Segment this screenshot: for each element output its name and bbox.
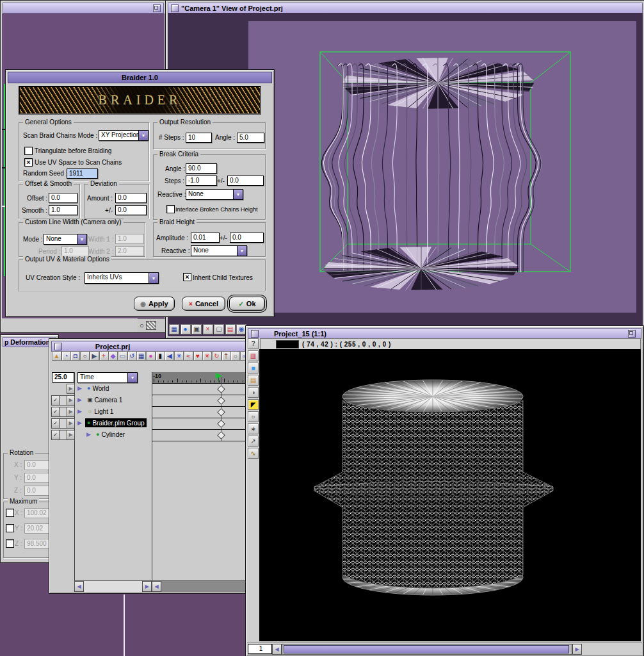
break-reactive-dropdown[interactable]: None ▼ <box>186 189 243 200</box>
row-play-toggle[interactable]: ▶ <box>67 395 75 406</box>
render-image[interactable] <box>259 349 641 641</box>
eyedropper-icon[interactable]: ↗ <box>248 436 259 447</box>
expand-triangle-icon[interactable]: ▶ <box>86 431 91 438</box>
maximum-z-checkbox[interactable] <box>6 539 14 548</box>
inherit-textures-checkbox[interactable] <box>183 273 191 281</box>
delete-icon[interactable]: × <box>203 324 213 334</box>
ok-button[interactable]: ✓ Ok <box>229 297 265 311</box>
steps-field[interactable]: 10 <box>186 133 212 143</box>
deviation-amount-field[interactable]: 0.0 <box>115 193 147 203</box>
arrow-icon[interactable]: ◤ <box>248 399 259 410</box>
braid-height-legend: Braid Height <box>157 218 197 226</box>
row-play-toggle[interactable]: ▶ <box>67 407 75 417</box>
camera-icon[interactable]: ▣ <box>191 324 202 334</box>
braid-reactive-dropdown[interactable]: None ▼ <box>191 245 247 256</box>
sphere-icon[interactable]: ● <box>181 324 191 334</box>
break-steps-label: Steps : <box>165 177 184 184</box>
break-angle-field[interactable]: 90.0 <box>186 163 217 174</box>
page-icon[interactable]: ▤ <box>248 375 259 386</box>
row-play-toggle[interactable]: ▶ <box>67 430 75 440</box>
row-label: Braider.plm Group <box>92 420 144 427</box>
curve-icon[interactable]: ∿ <box>248 448 259 459</box>
break-pm-field[interactable]: 0.0 <box>227 176 264 186</box>
row-separator <box>152 406 250 407</box>
apply-button[interactable]: ◉ Apply <box>134 297 175 311</box>
hand-icon[interactable]: ∗ <box>248 423 259 434</box>
group-sphere-icon: ● <box>87 420 90 426</box>
render-window-titlebar[interactable]: Project_15 (1:1) <box>248 328 641 339</box>
row-cylinder[interactable]: ●Cylinder <box>94 430 127 439</box>
keyframe-diamond[interactable] <box>217 420 225 428</box>
camera-window-titlebar[interactable]: "Camera 1" View of Project.prj <box>168 3 643 13</box>
width2-field[interactable]: 2.0 <box>115 246 144 256</box>
keyframe-diamond[interactable] <box>217 385 225 393</box>
period-field[interactable]: 1.0 <box>61 246 89 256</box>
channels-icon[interactable]: ▥ <box>248 350 259 361</box>
row-braider-plm-group[interactable]: ●Braider.plm Group <box>85 418 147 427</box>
background-window-titlebar[interactable] <box>3 3 164 13</box>
interlace-checkbox[interactable] <box>166 205 175 213</box>
row-label: Light 1 <box>94 408 113 415</box>
scroll-left-icon[interactable]: ◀ <box>74 581 84 592</box>
keyframe-diamond[interactable] <box>217 431 225 439</box>
width2-label: Width 2 : <box>88 248 113 255</box>
deviation-pm-field[interactable]: 0.0 <box>115 205 147 215</box>
expand-triangle-icon[interactable]: ▶ <box>77 408 82 414</box>
channels-icon[interactable]: ▤ <box>225 324 236 334</box>
camera-toolbar: ▦●▣×▢▤◉ <box>169 324 252 336</box>
amplitude-field[interactable]: 0.01 <box>191 233 220 243</box>
row-camera-1[interactable]: ▣Camera 1 <box>85 395 124 404</box>
row-play-toggle[interactable]: ▶ <box>67 384 75 394</box>
smooth-field[interactable]: 1.0 <box>49 205 77 215</box>
break-steps-field[interactable]: -1.0 <box>186 176 217 186</box>
horizontal-scrollbar[interactable] <box>282 644 572 655</box>
scrollbar-thumb[interactable] <box>284 645 569 653</box>
braid-pm-field[interactable]: 0.0 <box>230 233 264 243</box>
braider-dialog-titlebar[interactable]: Braider 1.0 <box>8 72 272 83</box>
random-seed-field[interactable]: 1911 <box>67 168 98 179</box>
scroll-left-icon[interactable]: ◀ <box>272 644 282 655</box>
timeline-scrollbar[interactable]: ◀ <box>152 580 250 592</box>
zoom-box-icon[interactable] <box>628 330 636 338</box>
keyframe-diamond[interactable] <box>217 397 225 405</box>
angle-field[interactable]: 5.0 <box>237 133 264 143</box>
width1-field[interactable]: 1.0 <box>115 234 144 244</box>
magnifier-icon[interactable]: ○ <box>140 322 144 329</box>
line-mode-dropdown[interactable]: None ▼ <box>44 234 87 245</box>
offset-field[interactable]: 0.0 <box>49 193 77 203</box>
magnifier-icon[interactable]: ○ <box>248 411 259 422</box>
names-scrollbar[interactable]: ◀ ▶ <box>74 580 152 592</box>
close-box-icon[interactable] <box>251 330 259 338</box>
maximum-x-checkbox[interactable] <box>6 509 14 517</box>
zoom-box-icon[interactable] <box>153 4 161 12</box>
close-box-icon[interactable] <box>171 4 179 12</box>
expand-triangle-icon[interactable]: ▶ <box>77 397 82 403</box>
period-label: Period : <box>38 248 60 255</box>
row-world[interactable]: ●World <box>85 384 111 393</box>
keyframe-diamond[interactable] <box>217 408 225 416</box>
row-light-1[interactable]: ☼Light 1 <box>85 407 115 416</box>
maximum-x-label: X : <box>15 509 22 516</box>
uv-style-dropdown[interactable]: Inherits UVs ▼ <box>85 272 159 284</box>
sphere-icon[interactable]: ◑ <box>248 387 259 398</box>
triangulate-checkbox[interactable] <box>24 147 33 155</box>
scan-mode-dropdown[interactable]: XY Projection ▼ <box>99 130 149 141</box>
resize-grip-icon[interactable] <box>146 321 156 330</box>
uv-space-checkbox[interactable] <box>24 158 33 167</box>
color-swatch-icon[interactable]: ■ <box>248 363 259 373</box>
row-play-toggle[interactable]: ▶ <box>67 418 75 429</box>
help-icon[interactable]: ? <box>248 338 259 349</box>
scroll-right-icon[interactable]: ▶ <box>142 581 152 592</box>
scroll-left-icon[interactable]: ◀ <box>152 581 161 592</box>
scroll-right-icon[interactable]: ▶ <box>572 644 582 655</box>
camera-viewport[interactable] <box>248 21 636 313</box>
expand-triangle-icon[interactable]: ▶ <box>77 385 82 391</box>
rotation-legend: Rotation <box>8 449 35 456</box>
page-field[interactable]: 1 <box>248 644 272 654</box>
maximum-y-checkbox[interactable] <box>6 524 14 532</box>
marquee-icon[interactable]: ▢ <box>214 324 224 334</box>
film-icon[interactable]: ▦ <box>169 324 179 334</box>
cancel-button[interactable]: × Cancel <box>182 297 225 311</box>
expand-triangle-icon[interactable]: ▶ <box>77 420 82 426</box>
uv-space-label: Use UV Space to Scan Chains <box>35 159 122 166</box>
